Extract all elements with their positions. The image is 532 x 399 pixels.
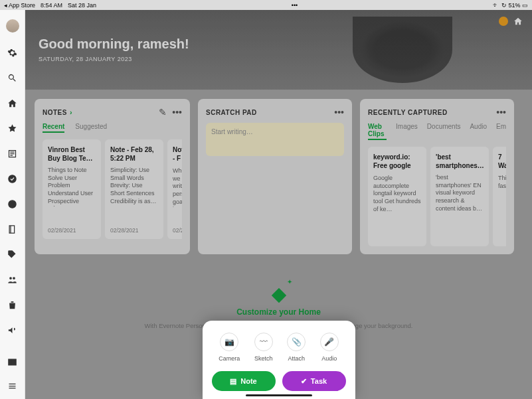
content-area: Good morning, ramesh! SATURDAY, 28 JANUA… [25,10,532,399]
pill-icon: ••• [292,2,298,9]
battery-percent: ↻ 51% ▭ [501,2,528,9]
tab-audio[interactable]: Audio [470,123,487,140]
tab-webclips[interactable]: Web Clips [368,123,387,140]
capture-card[interactable]: keyword.io: Free google l… Google autoco… [368,147,426,246]
hero: Good morning, ramesh! SATURDAY, 28 JANUA… [25,10,532,90]
chevron-right-icon: › [70,108,72,116]
search-icon[interactable] [7,72,18,83]
sketch-icon: 〰 [254,333,273,351]
menu-icon[interactable] [7,380,18,391]
attach-icon: 📎 [287,333,306,351]
upgrade-badge[interactable] [499,17,508,26]
scratch-title: SCRATCH PAD [206,109,257,116]
note-card[interactable]: Note - F 5:19 PM When we writing persuas… [167,139,182,239]
camera-icon: 📷 [220,333,238,351]
capture-card[interactable]: 'best smartphones… 'best smartphones' EN… [430,147,489,246]
tab-documents[interactable]: Documents [427,123,461,140]
tasks-icon[interactable] [7,173,18,184]
clock-icon[interactable] [7,199,18,209]
captured-more-icon[interactable]: ••• [496,107,506,118]
collapse-icon[interactable] [7,357,18,367]
star-icon[interactable] [7,123,18,133]
home-indicator[interactable] [246,394,312,396]
capture-card[interactable]: 7 Ways Into Yo Think fas [493,147,506,246]
sheet-audio[interactable]: 🎤 Audio [320,333,339,362]
task-icon: ✔ [301,377,307,386]
new-note-sheet: 📷 Camera 〰 Sketch 📎 Attach 🎤 Audio [203,321,355,399]
note-card[interactable]: Vinron Best Buy Blog Te… Things to Note … [43,139,101,239]
scratch-input[interactable]: Start writing… [206,123,344,156]
task-button[interactable]: ✔ Task [282,371,346,391]
svg-point-0 [8,175,17,183]
customize-icon [268,281,290,302]
notes-widget: NOTES› ✎ ••• Recent Suggested Vinron Bes… [35,99,190,254]
back-to-app[interactable]: ◂ App Store [4,2,35,9]
notebooks-icon[interactable] [7,224,18,234]
note-icon: ▤ [230,377,236,386]
notes-title[interactable]: NOTES› [43,108,72,116]
scratchpad-widget: SCRATCH PAD ••• Start writing… [198,99,352,254]
gear-icon[interactable] [7,47,18,58]
tag-icon[interactable] [7,249,18,260]
status-bar: ◂ App Store 8:54 AM Sat 28 Jan ••• ᯤ ↻ 5… [0,0,532,10]
greeting-date: SATURDAY, 28 JANUARY 2023 [39,56,519,62]
announce-icon[interactable] [7,325,18,335]
sheet-attach[interactable]: 📎 Attach [287,333,306,362]
home-widget-icon[interactable] [513,17,523,26]
svg-rect-2 [9,359,16,365]
status-time: 8:54 AM [41,2,62,9]
scratch-more-icon[interactable]: ••• [334,107,344,118]
avatar[interactable] [6,19,19,33]
tab-emails[interactable]: Em [496,123,506,140]
wifi-icon: ᯤ [493,2,499,9]
trash-icon[interactable] [7,299,18,310]
tab-suggested[interactable]: Suggested [75,123,107,133]
new-note-icon[interactable]: ✎ [159,107,167,118]
greeting-text: Good morning, ramesh! [39,37,519,52]
notes-more-icon[interactable]: ••• [172,107,182,118]
notes-icon[interactable] [7,148,18,159]
tab-recent[interactable]: Recent [43,123,64,133]
tab-images[interactable]: Images [396,123,418,140]
note-button[interactable]: ▤ Note [212,371,276,391]
home-icon[interactable] [7,98,18,108]
mic-icon: 🎤 [320,333,339,351]
sheet-sketch[interactable]: 〰 Sketch [254,333,273,362]
status-date: Sat 28 Jan [68,2,96,9]
captured-widget: RECENTLY CAPTURED ••• Web Clips Images D… [360,99,514,254]
sheet-camera[interactable]: 📷 Camera [219,333,240,362]
sidebar [0,10,25,399]
note-card[interactable]: Note - Feb 28, 5:22 PM Simplicity: Use S… [105,139,163,239]
captured-title: RECENTLY CAPTURED [368,109,448,116]
shared-icon[interactable] [7,274,18,285]
customize-title[interactable]: Customize your Home [35,307,523,317]
